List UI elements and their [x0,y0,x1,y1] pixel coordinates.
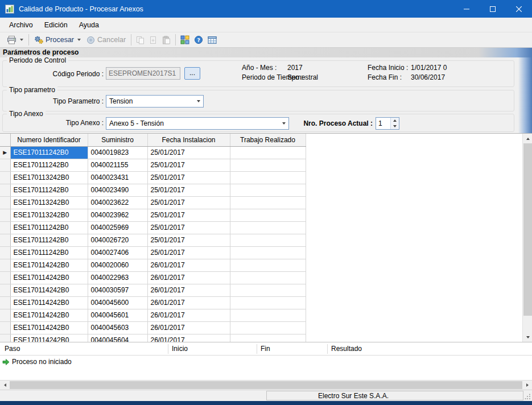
grid-cell[interactable]: 25/01/2017 [147,171,230,184]
grid-cell[interactable]: ESE170114242B0 [10,296,88,309]
grid-cell[interactable]: ESE170113242B0 [10,196,88,209]
grid-cell[interactable]: ESE170114242B0 [10,321,88,334]
row-selector[interactable] [0,271,10,284]
row-selector[interactable] [0,184,10,196]
vertical-scrollbar[interactable] [522,134,532,342]
grid-cell[interactable]: 25/01/2017 [147,209,230,221]
grid-cell[interactable] [230,246,306,259]
grid-cell[interactable]: 26/01/2017 [147,296,230,309]
grid-cell[interactable]: ESE170114242B0 [10,334,88,342]
table-row[interactable]: ESE170111242B0004002115525/01/2017 [0,159,306,171]
grid-cell[interactable]: 0040023490 [88,184,147,196]
table-row[interactable]: ESE170114242B0004004560326/01/2017 [0,321,306,334]
grid-cell[interactable] [230,284,306,296]
grid-cell[interactable] [230,196,306,209]
grid-cell[interactable] [230,271,306,284]
grid-cell[interactable]: 25/01/2017 [147,234,230,246]
grid-cell[interactable] [230,146,306,159]
grid-cell[interactable]: 25/01/2017 [147,146,230,159]
column-header-numero-identificador[interactable]: Numero Identificador [10,134,88,146]
close-button[interactable] [506,0,532,18]
stepper-up-button[interactable] [391,118,399,123]
menu-archivo[interactable]: Archivo [3,19,39,31]
grid-cell[interactable]: 0040045601 [88,309,147,321]
row-selector[interactable] [0,246,10,259]
row-selector[interactable] [0,334,10,342]
grid-cell[interactable]: 26/01/2017 [147,284,230,296]
scroll-up-button[interactable] [523,134,532,143]
table-row[interactable]: ESE170114242B0004002006026/01/2017 [0,259,306,271]
grid-cell[interactable] [230,171,306,184]
grid-cell[interactable]: ESE170111242B0 [10,234,88,246]
chevron-down-icon[interactable] [193,96,203,107]
grid-cell[interactable]: 25/01/2017 [147,184,230,196]
copy-button[interactable] [134,34,147,46]
row-selector[interactable]: ▶ [0,146,10,159]
minimize-button[interactable] [453,0,480,18]
grid-cell[interactable]: 0040023431 [88,171,147,184]
scroll-left-button[interactable] [0,381,10,390]
grid-cell[interactable] [230,159,306,171]
grid-cell[interactable] [230,209,306,221]
menu-ayuda[interactable]: Ayuda [73,19,105,31]
row-selector[interactable] [0,259,10,271]
grid-cell[interactable]: 0040045600 [88,296,147,309]
row-selector[interactable] [0,159,10,171]
row-selector[interactable] [0,234,10,246]
grid-cell[interactable]: 0040026720 [88,234,147,246]
table-button[interactable] [205,34,219,46]
grid-cell[interactable]: 0040045603 [88,321,147,334]
grid-cell[interactable]: 25/01/2017 [147,159,230,171]
table-row[interactable]: ▶ESE170111242B0004001982325/01/2017 [0,146,306,159]
table-row[interactable]: ESE170114242B0004003059726/01/2017 [0,284,306,296]
table-row[interactable]: ESE170111242B0004002596925/01/2017 [0,221,306,234]
table-row[interactable]: ESE170111242B0004002672025/01/2017 [0,234,306,246]
row-selector[interactable] [0,209,10,221]
column-header-fecha-instalacion[interactable]: Fecha Instalacion [147,134,230,146]
grid-cell[interactable]: ESE170111242B0 [10,146,88,159]
tipo-parametro-select[interactable]: Tension [106,95,204,108]
list-item[interactable]: Proceso no iniciado [2,358,72,366]
grid-cell[interactable]: 0040030597 [88,284,147,296]
vertical-scrollbar-thumb[interactable] [523,143,532,316]
grid-cell[interactable] [230,309,306,321]
grid-cell[interactable]: ESE170113242B0 [10,171,88,184]
table-row[interactable]: ESE170113242B0004002396225/01/2017 [0,209,306,221]
grid-cell[interactable]: 0040023962 [88,209,147,221]
nro-proceso-stepper[interactable]: 1 [376,117,399,130]
grid-cell[interactable]: 26/01/2017 [147,271,230,284]
grid-cell[interactable]: 0040025969 [88,221,147,234]
grid-cell[interactable]: 0040021155 [88,159,147,171]
grid-cell[interactable]: ESE170111242B0 [10,246,88,259]
table-row[interactable]: ESE170111242B0004002349025/01/2017 [0,184,306,196]
grid-cell[interactable]: ESE170114242B0 [10,271,88,284]
tipo-anexo-select[interactable]: Anexo 5 - Tensión [106,117,289,130]
grid-cell[interactable]: 0040023622 [88,196,147,209]
copy-page-button[interactable] [147,34,160,46]
row-selector[interactable] [0,221,10,234]
help-button[interactable]: ? [192,34,205,46]
grid-cell[interactable] [230,321,306,334]
table-row[interactable]: ESE170114242B0004004560126/01/2017 [0,309,306,321]
cancelar-button[interactable]: Cancelar [84,34,129,46]
table-row[interactable]: ESE170114242B0004004560426/01/2017 [0,334,306,342]
maximize-button[interactable] [480,0,506,18]
grid-cell[interactable]: ESE170111242B0 [10,184,88,196]
scroll-down-button[interactable] [523,332,532,342]
grid-cell[interactable] [230,221,306,234]
print-button[interactable] [4,34,26,46]
grid-cell[interactable]: ESE170114242B0 [10,259,88,271]
grid-cell[interactable]: 0040020060 [88,259,147,271]
column-header-suministro[interactable]: Suministro [88,134,147,146]
grid-cell[interactable] [230,334,306,342]
procesar-button[interactable]: Procesar [31,34,84,46]
grid-cell[interactable]: 25/01/2017 [147,196,230,209]
grid-cell[interactable]: 0040027406 [88,246,147,259]
row-selector[interactable] [0,284,10,296]
grid-cell[interactable] [230,234,306,246]
paste-button[interactable] [160,34,173,46]
grid-cell[interactable]: ESE170113242B0 [10,209,88,221]
column-header-trabajo-realizado[interactable]: Trabajo Realizado [230,134,306,146]
resize-grip-icon[interactable] [525,394,531,400]
components-button[interactable] [178,34,192,46]
